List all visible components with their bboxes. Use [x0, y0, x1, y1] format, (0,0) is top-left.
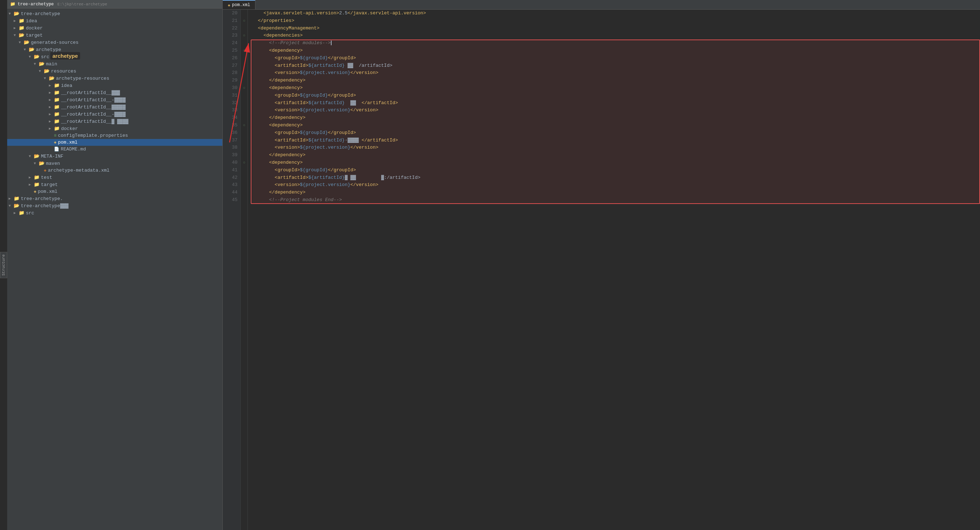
gutter-cell-35: ○: [241, 122, 248, 129]
tree-label: src: [41, 54, 49, 60]
tree-item-target2[interactable]: ▶📁target: [7, 181, 223, 188]
tree-arrow: ▼: [34, 162, 39, 165]
tree-icon-folder: 📁: [54, 126, 60, 132]
tree-arrow: ▼: [9, 204, 14, 208]
tree-item-rootArtifactId1[interactable]: ▶📁__rootArtifactId__▓▓▓: [7, 89, 223, 96]
line-number-42: 42: [226, 174, 237, 182]
sidebar-title: tree-archetype: [18, 2, 54, 7]
folder-icon: 📁: [10, 2, 16, 7]
tab-pom-xml[interactable]: ◈ pom.xml: [223, 0, 255, 10]
tree-icon-folder: 📁: [34, 175, 40, 180]
sidebar-header: 📁 tree-archetype E:\jkp\tree-archetype: [7, 0, 223, 9]
tree-icon-folder: 📁: [34, 182, 40, 187]
tree-arrow: ▶: [49, 126, 54, 131]
tree-label: tree-archetype▓▓▓: [21, 203, 68, 209]
tree-item-src[interactable]: ▼📂src: [7, 53, 223, 60]
tree-icon-file-md: 📄: [54, 146, 59, 152]
code-line-24: <!--Project modules-->: [252, 40, 980, 47]
gutter-cell-45: [241, 197, 248, 204]
gutter-cell-39: [241, 152, 248, 159]
line-number-40: 40: [226, 159, 237, 167]
tree-item-target[interactable]: ▼📂target: [7, 32, 223, 39]
line-number-45: 45: [226, 197, 237, 204]
tree-item-tree-archetype-root[interactable]: ▼📂tree-archetype: [7, 10, 223, 17]
gutter-cell-31: [241, 92, 248, 100]
line-number-23: 23: [226, 32, 237, 40]
tree-item-rootArtifactId5[interactable]: ▶📁__rootArtifactId__▓ ▓▓▓▓: [7, 118, 223, 125]
tree-item-test[interactable]: ▶📁test: [7, 174, 223, 181]
tree-item-archetype-resources[interactable]: ▼📂archetype-resources: [7, 75, 223, 82]
tree-item-readme[interactable]: 📄README.md: [7, 146, 223, 152]
tree-label: maven: [46, 161, 60, 166]
file-tree: ▼📂tree-archetype▶📁idea▶📁docker▼📂target▼📂…: [7, 9, 223, 530]
tree-icon-folder: 📁: [19, 210, 24, 216]
tree-item-src2[interactable]: ▶📁src: [7, 209, 223, 217]
line-number-35: 35: [226, 122, 237, 129]
tree-item-idea[interactable]: ▶📁idea: [7, 17, 223, 24]
tree-item-configTemplate[interactable]: ≡configTemplate.properties: [7, 132, 223, 139]
code-line-44: </dependency>: [252, 189, 980, 197]
tree-item-rootArtifactId3[interactable]: ▶📁__rootArtifactId__▓▓▓▓▓: [7, 103, 223, 111]
code-line-43: <version>${project.version}</version>: [252, 181, 980, 189]
tree-item-archetype[interactable]: ▼📂archetype: [7, 46, 223, 53]
line-number-29: 29: [226, 77, 237, 84]
tree-icon-folder: 📂: [29, 47, 35, 52]
tree-item-idea2[interactable]: ▶📁idea: [7, 82, 223, 89]
sidebar-path: E:\jkp\tree-archetype: [57, 2, 107, 6]
tree-icon-folder: 📂: [19, 32, 24, 38]
code-line-30: <dependency>: [252, 84, 980, 92]
tree-item-tree-archetype2[interactable]: ▼📂tree-archetype▓▓▓: [7, 202, 223, 209]
tree-icon-folder: 📁: [54, 119, 60, 124]
code-line-35: <dependency>: [252, 122, 980, 129]
tree-icon-folder: 📂: [14, 11, 19, 16]
tree-arrow: ▶: [49, 83, 54, 87]
structure-tab[interactable]: Structure: [0, 252, 7, 278]
line-number-43: 43: [226, 181, 237, 189]
tree-label: docker: [61, 126, 78, 132]
tree-arrow: ▼: [34, 62, 39, 66]
tree-label: test: [41, 175, 52, 180]
code-line-31: <groupId>${groupId}</groupId>: [252, 92, 980, 100]
tree-label: docker: [26, 25, 43, 31]
tree-icon-folder: 📂: [39, 160, 45, 166]
tree-item-pom-xml-root[interactable]: ◈pom.xml: [7, 188, 223, 195]
line-number-28: 28: [226, 69, 237, 77]
gutter-cell-21: ○: [241, 17, 248, 25]
code-content-wrapper: <javax.servlet-api.version>2.5</javax.se…: [248, 10, 980, 530]
tree-icon-folder: 📁: [54, 97, 60, 103]
line-number-38: 38: [226, 144, 237, 152]
code-lines-container: <javax.servlet-api.version>2.5</javax.se…: [248, 10, 980, 204]
tree-item-resources[interactable]: ▼📂resources: [7, 68, 223, 75]
tree-arrow: ▼: [39, 69, 44, 73]
gutter-cell-38: [241, 144, 248, 152]
tree-label: resources: [51, 68, 76, 74]
tree-item-META-INF[interactable]: ▼📂META-INF: [7, 152, 223, 160]
code-line-42: <artifactId>${artifactId}▓ ▓▓ ▓:/artifac…: [252, 174, 980, 182]
tree-icon-folder: 📁: [54, 83, 60, 88]
tree-item-pom-xml-selected[interactable]: ◈pom.xml: [7, 139, 223, 146]
tree-item-tree-archetype-dot[interactable]: ▶📁tree-archetype.: [7, 195, 223, 202]
tree-item-generated-sources[interactable]: ▼📂generated-sources: [7, 39, 223, 46]
tree-icon-folder: 📂: [39, 61, 45, 67]
tree-icon-folder: 📁: [54, 90, 60, 95]
tree-item-rootArtifactId2[interactable]: ▶📁__rootArtifactId__-▓▓▓▓: [7, 96, 223, 103]
code-line-28: <version>${project.version}</version>: [252, 69, 980, 77]
code-area[interactable]: 2021222324252627282930313233343536373839…: [223, 10, 980, 530]
line-number-20: 20: [226, 10, 237, 17]
tree-label: __rootArtifactId__▓ ▓▓▓▓: [61, 119, 128, 124]
tree-item-docker[interactable]: ▶📁docker: [7, 24, 223, 32]
code-line-33: <version>${project.version}</version>: [252, 106, 980, 114]
gutter-cell-23: ○: [241, 32, 248, 40]
tree-item-archetype-metadata[interactable]: ◈archetype-metadata.xml: [7, 167, 223, 174]
line-number-36: 36: [226, 129, 237, 137]
tree-label: pom.xml: [38, 189, 57, 194]
tree-label: archetype-resources: [56, 76, 109, 81]
tree-item-rootArtifactId4[interactable]: ▶📁__rootArtifactId__-▓▓▓▓: [7, 111, 223, 118]
tree-item-docker2[interactable]: ▶📁docker: [7, 125, 223, 132]
tree-icon-folder: 📂: [49, 75, 55, 81]
code-line-40: <dependency>: [252, 159, 980, 167]
tree-item-maven[interactable]: ▼📂maven: [7, 160, 223, 167]
line-number-37: 37: [226, 137, 237, 144]
tree-item-main[interactable]: ▼📂main: [7, 60, 223, 68]
tree-label: archetype: [36, 47, 61, 52]
